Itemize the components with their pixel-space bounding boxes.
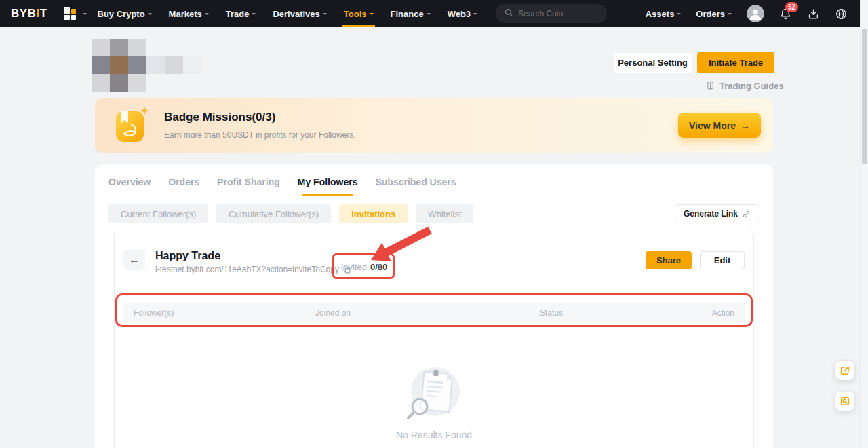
- empty-state-text: No Results Found: [396, 430, 472, 441]
- badge-missions-title: Badge Missions(0/3): [164, 111, 275, 124]
- arrow-right-icon: →: [741, 120, 750, 131]
- followers-table-header: Follower(s) Joined on Status Action: [123, 303, 745, 323]
- external-link-icon: [840, 365, 850, 376]
- tab-overview[interactable]: Overview: [108, 176, 151, 196]
- language-button[interactable]: [835, 7, 848, 20]
- tab-orders[interactable]: Orders: [168, 176, 199, 196]
- search-document-icon: [840, 396, 850, 407]
- invite-link-text: i-testnet.bybit.com/11eAabTX?action=invi…: [155, 265, 339, 274]
- column-joined-on: Joined on: [315, 308, 540, 318]
- logo-text: BYB: [11, 7, 36, 20]
- tab-subscribed-users[interactable]: Subscribed Users: [375, 176, 456, 196]
- download-icon: [807, 7, 820, 20]
- menu-item-trade[interactable]: Trade: [226, 0, 256, 27]
- personal-setting-button[interactable]: Personal Setting: [613, 52, 692, 73]
- invited-count-badge: Invited 0/80: [334, 256, 394, 278]
- arrow-left-icon: ←: [129, 254, 140, 266]
- tab-bar: Overview Orders Profit Sharing My Follow…: [95, 164, 773, 196]
- menu-item-markets[interactable]: Markets: [169, 0, 209, 27]
- column-action: Action: [712, 308, 734, 318]
- invitation-panel-header: ← Happy Trade i-testnet.bybit.com/11eAab…: [123, 249, 745, 274]
- chevron-down-icon: [252, 13, 256, 17]
- subtab-cumulative-followers[interactable]: Cumulative Follower(s): [216, 204, 331, 223]
- chevron-down-icon: [427, 13, 431, 17]
- assets-menu[interactable]: Assets: [646, 9, 682, 19]
- chevron-down-icon: [323, 13, 327, 17]
- chevron-down-icon: [205, 13, 209, 17]
- chevron-down-icon: [473, 13, 477, 17]
- edit-button[interactable]: Edit: [700, 251, 745, 269]
- bybit-copy-trading-page: BYBIT Buy Crypto Markets Trade Derivativ…: [0, 0, 868, 448]
- chevron-down-icon: [728, 13, 732, 17]
- top-navbar: BYBIT Buy Crypto Markets Trade Derivativ…: [0, 0, 868, 27]
- orders-menu[interactable]: Orders: [696, 9, 732, 19]
- main-menu: Buy Crypto Markets Trade Derivatives Too…: [98, 0, 495, 27]
- no-results-icon: [405, 365, 463, 424]
- initiate-trade-button[interactable]: Initiate Trade: [697, 52, 774, 73]
- column-status: Status: [540, 308, 712, 318]
- globe-icon: [835, 7, 848, 20]
- menu-item-buy-crypto[interactable]: Buy Crypto: [98, 0, 152, 27]
- coin-search-box[interactable]: [496, 4, 607, 23]
- chevron-down-icon: [677, 13, 681, 17]
- notification-count-badge: 52: [785, 2, 798, 12]
- badge-missions-subtitle: Earn more than 50USDT in profits for you…: [164, 130, 356, 140]
- view-more-button[interactable]: View More→: [678, 113, 761, 138]
- tab-profit-sharing[interactable]: Profit Sharing: [217, 176, 280, 196]
- menu-item-tools[interactable]: Tools: [344, 0, 374, 27]
- link-icon: [742, 210, 751, 219]
- apps-menu-button[interactable]: [64, 7, 87, 20]
- invite-link-row: i-testnet.bybit.com/11eAabTX?action=invi…: [155, 265, 351, 274]
- chevron-down-icon: [370, 13, 374, 17]
- chevron-down-icon: [83, 13, 87, 17]
- badge-missions-icon: [114, 106, 149, 148]
- empty-state: No Results Found: [115, 365, 753, 441]
- notifications-button[interactable]: 52: [779, 7, 792, 20]
- download-app-button[interactable]: [807, 7, 820, 20]
- menu-item-web3[interactable]: Web3: [448, 0, 477, 27]
- pixelated-profile-image: [92, 39, 201, 92]
- page-scrollbar[interactable]: [860, 0, 868, 448]
- subtab-whitelist[interactable]: Whitelist: [416, 204, 473, 223]
- book-icon: [705, 81, 715, 91]
- invitation-panel: ← Happy Trade i-testnet.bybit.com/11eAab…: [114, 231, 754, 448]
- person-icon: [747, 5, 764, 22]
- generate-link-button[interactable]: Generate Link: [675, 204, 760, 223]
- trade-name: Happy Trade: [155, 249, 351, 262]
- scrollbar-thumb[interactable]: [862, 29, 867, 164]
- back-button[interactable]: ←: [123, 249, 145, 271]
- bybit-logo[interactable]: BYBIT: [11, 7, 47, 20]
- followers-card: Overview Orders Profit Sharing My Follow…: [95, 164, 773, 448]
- preview-float-button[interactable]: [835, 392, 854, 411]
- column-followers: Follower(s): [134, 308, 315, 318]
- trading-guides-link[interactable]: Trading Guides: [705, 81, 784, 91]
- logo-text-end: T: [40, 7, 47, 20]
- user-avatar[interactable]: [747, 5, 764, 22]
- subtab-current-followers[interactable]: Current Follower(s): [108, 204, 208, 223]
- share-page-float-button[interactable]: [835, 361, 854, 380]
- subtab-bar: Current Follower(s) Cumulative Follower(…: [108, 204, 760, 223]
- tab-my-followers[interactable]: My Followers: [298, 176, 358, 196]
- apps-grid-icon: [64, 7, 76, 20]
- subtab-invitations[interactable]: Invitations: [339, 204, 408, 223]
- share-button[interactable]: Share: [646, 251, 692, 269]
- badge-missions-banner: [95, 98, 773, 153]
- chevron-down-icon: [148, 13, 152, 17]
- search-icon: [504, 7, 513, 20]
- menu-item-finance[interactable]: Finance: [391, 0, 431, 27]
- search-input[interactable]: [518, 9, 599, 18]
- menu-item-derivatives[interactable]: Derivatives: [273, 0, 326, 27]
